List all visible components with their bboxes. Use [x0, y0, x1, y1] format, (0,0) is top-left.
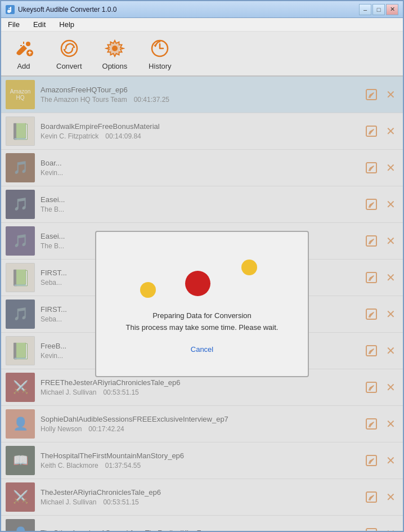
menu-edit[interactable]: Edit — [31, 19, 48, 30]
content-area[interactable]: Amazon HQ AmazonsFreeHQTour_ep6 The Amaz… — [1, 77, 403, 531]
close-button[interactable]: ✕ — [386, 4, 398, 15]
svg-text:+: + — [28, 49, 32, 57]
toolbar: + Add Convert — [1, 32, 403, 77]
title-bar-left: Ukeysoft Audible Converter 1.0.0 — [6, 5, 116, 14]
menu-bar: File Edit Help — [1, 18, 403, 32]
minimize-button[interactable]: – — [359, 4, 371, 15]
title-bar: Ukeysoft Audible Converter 1.0.0 – □ ✕ — [1, 1, 403, 18]
svg-rect-2 — [8, 8, 11, 9]
menu-file[interactable]: File — [6, 19, 22, 30]
svg-rect-1 — [10, 7, 11, 12]
add-label: Add — [17, 62, 30, 70]
title-bar-buttons: – □ ✕ — [359, 4, 398, 15]
dot-right — [241, 260, 257, 275]
app-window: Ukeysoft Audible Converter 1.0.0 – □ ✕ F… — [0, 0, 404, 532]
dots-animation — [123, 254, 281, 299]
svg-point-8 — [61, 41, 77, 56]
window-title: Ukeysoft Audible Converter 1.0.0 — [18, 6, 116, 14]
cancel-button[interactable]: Cancel — [191, 345, 213, 354]
menu-help[interactable]: Help — [57, 19, 77, 30]
history-label: History — [149, 62, 171, 70]
dialog-message: Preparing Data for Conversion This proce… — [126, 310, 279, 334]
app-icon — [6, 5, 15, 14]
convert-button[interactable]: Convert — [52, 35, 87, 73]
svg-point-3 — [26, 42, 30, 46]
dot-left — [140, 282, 156, 298]
options-label: Options — [102, 62, 128, 70]
add-icon: + — [12, 37, 35, 60]
add-button[interactable]: + Add — [7, 35, 41, 73]
progress-dialog: Preparing Data for Conversion This proce… — [95, 231, 309, 377]
convert-label: Convert — [56, 62, 82, 70]
maximize-button[interactable]: □ — [372, 4, 385, 15]
svg-point-9 — [112, 46, 118, 51]
options-button[interactable]: Options — [98, 35, 132, 73]
options-icon — [104, 37, 126, 60]
history-button[interactable]: History — [143, 35, 177, 73]
loading-overlay: Preparing Data for Conversion This proce… — [1, 77, 403, 531]
convert-icon — [58, 37, 80, 60]
dot-center — [185, 271, 210, 296]
history-icon — [149, 37, 171, 60]
